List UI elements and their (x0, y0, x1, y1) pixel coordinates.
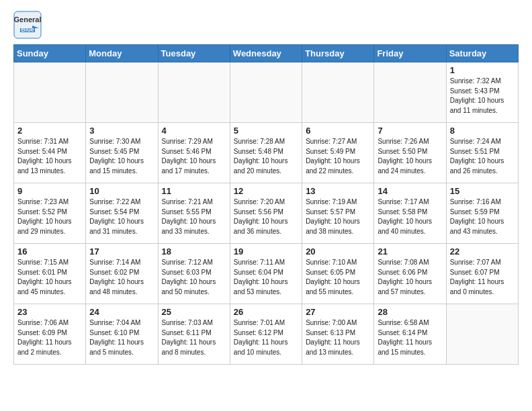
calendar-cell (446, 304, 518, 365)
day-info: Sunrise: 7:07 AM Sunset: 6:07 PM Dayligh… (450, 258, 515, 297)
calendar-cell: 11Sunrise: 7:21 AM Sunset: 5:55 PM Dayli… (158, 183, 230, 244)
day-number: 7 (378, 126, 442, 136)
day-info: Sunrise: 7:11 AM Sunset: 6:04 PM Dayligh… (234, 258, 298, 297)
calendar-cell: 18Sunrise: 7:12 AM Sunset: 6:03 PM Dayli… (158, 244, 230, 304)
svg-text:Blue: Blue (21, 26, 34, 33)
day-info: Sunrise: 7:06 AM Sunset: 6:09 PM Dayligh… (17, 318, 82, 357)
day-info: Sunrise: 7:16 AM Sunset: 5:59 PM Dayligh… (450, 197, 515, 236)
day-info: Sunrise: 6:58 AM Sunset: 6:14 PM Dayligh… (378, 318, 442, 357)
calendar-cell (158, 62, 230, 123)
weekday-wednesday: Wednesday (230, 45, 302, 62)
weekday-tuesday: Tuesday (158, 45, 230, 62)
day-info: Sunrise: 7:03 AM Sunset: 6:11 PM Dayligh… (162, 318, 226, 357)
day-info: Sunrise: 7:32 AM Sunset: 5:43 PM Dayligh… (450, 77, 515, 116)
day-number: 23 (17, 307, 82, 317)
calendar-cell: 5Sunrise: 7:28 AM Sunset: 5:48 PM Daylig… (230, 123, 302, 183)
day-number: 14 (378, 186, 442, 196)
calendar-cell: 15Sunrise: 7:16 AM Sunset: 5:59 PM Dayli… (446, 183, 518, 244)
day-info: Sunrise: 7:26 AM Sunset: 5:50 PM Dayligh… (378, 137, 442, 176)
calendar-cell: 17Sunrise: 7:14 AM Sunset: 6:02 PM Dayli… (86, 244, 158, 304)
day-info: Sunrise: 7:19 AM Sunset: 5:57 PM Dayligh… (306, 197, 370, 236)
calendar: SundayMondayTuesdayWednesdayThursdayFrid… (13, 44, 519, 365)
calendar-cell: 24Sunrise: 7:04 AM Sunset: 6:10 PM Dayli… (86, 304, 158, 365)
calendar-cell: 8Sunrise: 7:24 AM Sunset: 5:51 PM Daylig… (446, 123, 518, 183)
weekday-sunday: Sunday (14, 45, 86, 62)
calendar-cell: 2Sunrise: 7:31 AM Sunset: 5:44 PM Daylig… (14, 123, 86, 183)
day-number: 8 (450, 126, 515, 136)
day-number: 27 (306, 307, 370, 317)
day-info: Sunrise: 7:21 AM Sunset: 5:55 PM Dayligh… (162, 197, 226, 236)
day-info: Sunrise: 7:31 AM Sunset: 5:44 PM Dayligh… (17, 137, 82, 176)
day-number: 10 (89, 186, 154, 196)
calendar-cell (86, 62, 158, 123)
day-info: Sunrise: 7:08 AM Sunset: 6:06 PM Dayligh… (378, 258, 442, 297)
day-number: 16 (17, 246, 82, 257)
day-number: 12 (234, 186, 298, 196)
calendar-cell: 26Sunrise: 7:01 AM Sunset: 6:12 PM Dayli… (230, 304, 302, 365)
day-number: 15 (450, 186, 515, 196)
day-number: 20 (306, 246, 370, 257)
day-number: 18 (162, 246, 226, 257)
day-info: Sunrise: 7:23 AM Sunset: 5:52 PM Dayligh… (17, 197, 82, 236)
day-info: Sunrise: 7:24 AM Sunset: 5:51 PM Dayligh… (450, 137, 515, 176)
day-number: 2 (17, 126, 82, 136)
day-number: 13 (306, 186, 370, 196)
calendar-cell: 22Sunrise: 7:07 AM Sunset: 6:07 PM Dayli… (446, 244, 518, 304)
day-info: Sunrise: 7:14 AM Sunset: 6:02 PM Dayligh… (89, 258, 154, 297)
page: General Blue SundayMondayTuesdayWednesda… (0, 0, 532, 371)
calendar-cell: 28Sunrise: 6:58 AM Sunset: 6:14 PM Dayli… (374, 304, 446, 365)
day-number: 4 (162, 126, 226, 136)
calendar-cell (374, 62, 446, 123)
day-info: Sunrise: 7:00 AM Sunset: 6:13 PM Dayligh… (306, 318, 370, 357)
calendar-cell (302, 62, 374, 123)
weekday-thursday: Thursday (302, 45, 374, 62)
calendar-cell: 4Sunrise: 7:29 AM Sunset: 5:46 PM Daylig… (158, 123, 230, 183)
day-info: Sunrise: 7:17 AM Sunset: 5:58 PM Dayligh… (378, 197, 442, 236)
day-number: 24 (89, 307, 154, 317)
weekday-monday: Monday (86, 45, 158, 62)
calendar-cell: 21Sunrise: 7:08 AM Sunset: 6:06 PM Dayli… (374, 244, 446, 304)
day-info: Sunrise: 7:01 AM Sunset: 6:12 PM Dayligh… (234, 318, 298, 357)
day-info: Sunrise: 7:15 AM Sunset: 6:01 PM Dayligh… (17, 258, 82, 297)
calendar-cell: 20Sunrise: 7:10 AM Sunset: 6:05 PM Dayli… (302, 244, 374, 304)
day-info: Sunrise: 7:29 AM Sunset: 5:46 PM Dayligh… (162, 137, 226, 176)
header: General Blue (13, 11, 519, 39)
day-info: Sunrise: 7:20 AM Sunset: 5:56 PM Dayligh… (234, 197, 298, 236)
day-number: 5 (234, 126, 298, 136)
calendar-cell (230, 62, 302, 123)
calendar-cell: 6Sunrise: 7:27 AM Sunset: 5:49 PM Daylig… (302, 123, 374, 183)
week-row-2: 9Sunrise: 7:23 AM Sunset: 5:52 PM Daylig… (14, 183, 519, 244)
day-number: 11 (162, 186, 226, 196)
day-info: Sunrise: 7:04 AM Sunset: 6:10 PM Dayligh… (89, 318, 154, 357)
calendar-cell: 3Sunrise: 7:30 AM Sunset: 5:45 PM Daylig… (86, 123, 158, 183)
day-info: Sunrise: 7:10 AM Sunset: 6:05 PM Dayligh… (306, 258, 370, 297)
day-info: Sunrise: 7:12 AM Sunset: 6:03 PM Dayligh… (162, 258, 226, 297)
day-info: Sunrise: 7:27 AM Sunset: 5:49 PM Dayligh… (306, 137, 370, 176)
weekday-header-row: SundayMondayTuesdayWednesdayThursdayFrid… (14, 45, 519, 62)
calendar-cell: 19Sunrise: 7:11 AM Sunset: 6:04 PM Dayli… (230, 244, 302, 304)
day-number: 17 (89, 246, 154, 257)
week-row-1: 2Sunrise: 7:31 AM Sunset: 5:44 PM Daylig… (14, 123, 519, 183)
day-number: 28 (378, 307, 442, 317)
day-number: 1 (450, 65, 515, 75)
day-number: 25 (162, 307, 226, 317)
day-number: 22 (450, 246, 515, 257)
day-number: 9 (17, 186, 82, 196)
weekday-saturday: Saturday (446, 45, 518, 62)
day-number: 21 (378, 246, 442, 257)
logo-svg: General Blue (13, 11, 42, 39)
day-info: Sunrise: 7:30 AM Sunset: 5:45 PM Dayligh… (89, 137, 154, 176)
calendar-cell: 23Sunrise: 7:06 AM Sunset: 6:09 PM Dayli… (14, 304, 86, 365)
svg-text:General: General (14, 15, 42, 24)
week-row-0: 1Sunrise: 7:32 AM Sunset: 5:43 PM Daylig… (14, 62, 519, 123)
calendar-cell: 16Sunrise: 7:15 AM Sunset: 6:01 PM Dayli… (14, 244, 86, 304)
day-number: 6 (306, 126, 370, 136)
weekday-friday: Friday (374, 45, 446, 62)
calendar-cell: 12Sunrise: 7:20 AM Sunset: 5:56 PM Dayli… (230, 183, 302, 244)
calendar-cell: 9Sunrise: 7:23 AM Sunset: 5:52 PM Daylig… (14, 183, 86, 244)
calendar-cell: 7Sunrise: 7:26 AM Sunset: 5:50 PM Daylig… (374, 123, 446, 183)
day-info: Sunrise: 7:28 AM Sunset: 5:48 PM Dayligh… (234, 137, 298, 176)
logo: General Blue (13, 11, 42, 39)
day-number: 26 (234, 307, 298, 317)
calendar-cell: 14Sunrise: 7:17 AM Sunset: 5:58 PM Dayli… (374, 183, 446, 244)
